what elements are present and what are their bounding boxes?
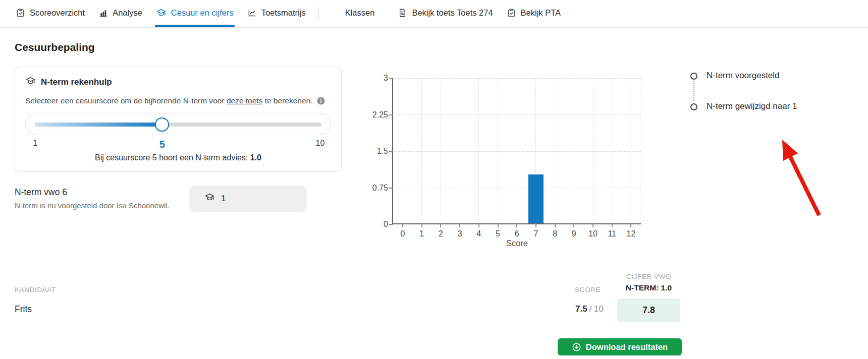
tab-label: Scoreoverzicht (30, 8, 85, 18)
timeline-dot (690, 73, 697, 80)
document-icon (398, 8, 407, 18)
nterm-input[interactable]: 1 (189, 186, 307, 212)
gridline-horizontal (393, 188, 641, 188)
download-resultaten-button[interactable]: Download resultaten (558, 338, 682, 355)
tab-label: Klassen (345, 8, 375, 18)
cijfer-cell: 7.8 (617, 298, 680, 322)
x-tick-label: 7 (526, 229, 546, 238)
gridline-horizontal (393, 114, 641, 115)
description-suffix: te berekenen. (262, 96, 312, 105)
info-icon[interactable] (316, 96, 326, 105)
x-tick-mark (630, 223, 631, 227)
nterm-field-subtext: N-term is nu voorgesteld door Isa Schoon… (15, 201, 170, 210)
x-tick-mark (592, 223, 593, 227)
slider-thumb[interactable] (155, 117, 169, 132)
score-cell: 7.5/ 10 (505, 304, 604, 314)
x-tick-label: 1 (412, 229, 432, 238)
score-distribution-chart: Score 012345678910111200.751.52.253 (392, 78, 641, 224)
timeline-connector (693, 81, 694, 101)
nterm-advice-text: Bij cesuurscore 5 hoort een N-term advie… (25, 153, 331, 162)
x-tick-label: 6 (507, 229, 527, 238)
x-tick-mark (516, 223, 517, 227)
x-tick-mark (440, 223, 441, 227)
card-title: N-term rekenhulp (41, 77, 112, 87)
cesuurbepaling-page: ScoreoverzichtAnalyseCesuur en cijfersTo… (0, 0, 868, 359)
timeline-event-label: N-term gewijzigd naar 1 (707, 101, 797, 111)
bar-score-7 (528, 174, 544, 223)
top-tab-bar: ScoreoverzichtAnalyseCesuur en cijfersTo… (0, 0, 868, 28)
y-tick-label: 1.5 (358, 146, 388, 156)
tab-bekijk-toets-toets-274[interactable]: Bekijk toets Toets 274 (397, 0, 494, 27)
tab-toetsmatrijs[interactable]: Toetsmatrijs (246, 0, 307, 27)
x-tick-mark (498, 223, 499, 227)
tab-bekijk-pta[interactable]: Bekijk PTA (506, 0, 562, 27)
cesuurscore-slider[interactable] (25, 113, 331, 135)
download-icon (572, 342, 581, 352)
graduation-cap-icon (25, 76, 36, 89)
x-tick-mark (555, 223, 556, 227)
tab-label: Toetsmatrijs (261, 8, 306, 18)
x-axis-title: Score (393, 238, 641, 248)
y-tick-mark (389, 224, 393, 225)
kandidaat-name-cell: Frits (15, 304, 32, 315)
nterm-field-label: N-term vwo 6 (15, 187, 67, 198)
deze-toets-link[interactable]: deze toets (227, 96, 263, 105)
tab-analyse[interactable]: Analyse (97, 0, 143, 27)
x-tick-mark (535, 223, 536, 227)
slider-max-label: 10 (316, 139, 325, 148)
advice-prefix: Bij cesuurscore 5 hoort een N-term advie… (95, 153, 250, 162)
clipboard-check-icon (16, 8, 25, 18)
x-tick-label: 2 (430, 229, 451, 238)
gridline-horizontal (393, 78, 641, 79)
nterm-rekenhulp-card: N-term rekenhulp Selecteer een cesuursco… (15, 67, 342, 172)
y-tick-mark (389, 78, 393, 79)
x-tick-label: 12 (621, 229, 641, 238)
graduation-cap-icon (204, 192, 215, 205)
tab-label: Bekijk toets Toets 274 (412, 8, 493, 18)
tab-scoreoverzicht[interactable]: Scoreoverzicht (15, 0, 86, 27)
line-chart-icon (247, 8, 257, 18)
x-tick-label: 11 (602, 229, 622, 238)
slider-labels: 1 5 10 (34, 139, 322, 152)
card-description: Selecteer een cesuurscore om de bijhoren… (25, 96, 331, 105)
cijfer-column-header: CIJFER VWO (617, 273, 680, 280)
y-tick-label: 0.75 (358, 183, 388, 193)
x-tick-mark (402, 223, 403, 227)
x-tick-mark (421, 223, 422, 227)
x-tick-label: 4 (469, 229, 489, 238)
download-button-label: Download resultaten (586, 342, 668, 352)
x-tick-label: 10 (583, 229, 603, 238)
slider-track[interactable] (35, 123, 321, 127)
x-tick-label: 8 (545, 229, 565, 238)
kandidaat-column-header: KANDIDAAT (15, 286, 56, 293)
y-tick-mark (389, 114, 393, 115)
x-tick-mark (478, 223, 479, 227)
page-title: Cesuurbepaling (15, 41, 95, 53)
x-tick-mark (459, 223, 460, 227)
slider-value-label: 5 (159, 139, 165, 150)
y-tick-mark (389, 188, 393, 189)
graduation-cap-icon (156, 8, 167, 18)
x-tick-mark (573, 223, 574, 227)
timeline-dot (690, 103, 697, 110)
tab-cesuur-en-cijfers[interactable]: Cesuur en cijfers (155, 0, 235, 27)
tab-label: Cesuur en cijfers (171, 8, 234, 18)
nav-divider (318, 7, 319, 20)
clipboard-check-icon (507, 8, 516, 18)
score-column-header: SCORE (505, 286, 601, 293)
y-tick-label: 2.25 (358, 110, 388, 120)
bar-chart-icon (98, 8, 108, 18)
tab-label: Analyse (113, 8, 142, 18)
y-tick-label: 3 (358, 73, 388, 83)
x-tick-mark (612, 223, 613, 227)
x-tick-label: 9 (564, 229, 584, 238)
slider-min-label: 1 (33, 139, 37, 148)
score-max: / 10 (589, 304, 604, 314)
tab-klassen[interactable]: Klassen (344, 0, 376, 27)
tab-label: Bekijk PTA (521, 8, 561, 18)
gridline-horizontal (393, 151, 641, 152)
x-tick-label: 3 (450, 229, 470, 238)
y-tick-label: 0 (358, 219, 388, 229)
x-tick-label: 5 (488, 229, 508, 238)
description-prefix: Selecteer een cesuurscore om de bijhoren… (25, 96, 227, 105)
